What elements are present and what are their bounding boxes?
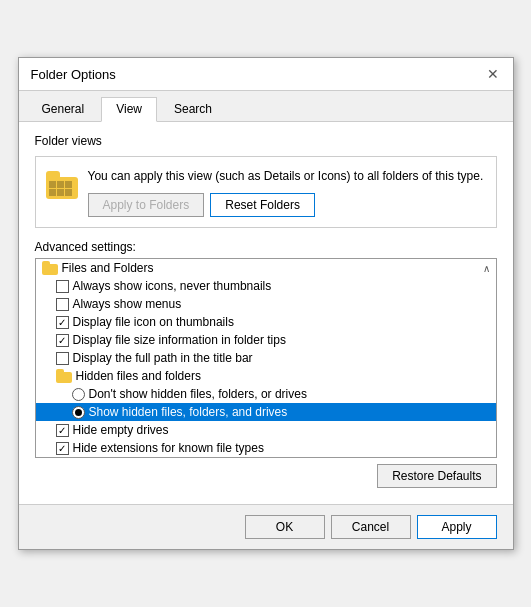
checkbox-always-show-menus[interactable] bbox=[56, 298, 69, 311]
tab-view[interactable]: View bbox=[101, 97, 157, 122]
restore-defaults-button[interactable]: Restore Defaults bbox=[377, 464, 496, 488]
main-content: Folder views bbox=[19, 122, 513, 504]
checkbox-always-show-icons[interactable] bbox=[56, 280, 69, 293]
chevron-up-icon: ∧ bbox=[483, 263, 490, 274]
radio-show-hidden[interactable] bbox=[72, 406, 85, 419]
reset-folders-button[interactable]: Reset Folders bbox=[210, 193, 315, 217]
option-display-file-icon[interactable]: Display file icon on thumbnails bbox=[36, 313, 496, 331]
folder-icon-hidden bbox=[56, 369, 72, 383]
checkbox-display-full-path[interactable] bbox=[56, 352, 69, 365]
option-display-full-path[interactable]: Display the full path in the title bar bbox=[36, 349, 496, 367]
option-show-hidden[interactable]: Show hidden files, folders, and drives bbox=[36, 403, 496, 421]
folder-views-buttons: Apply to Folders Reset Folders bbox=[88, 193, 486, 217]
tab-bar: General View Search bbox=[19, 91, 513, 122]
advanced-settings-tree[interactable]: Files and Folders ∧ Always show icons, n… bbox=[35, 258, 497, 458]
folder-views-box: You can apply this view (such as Details… bbox=[35, 156, 497, 228]
advanced-settings-label: Advanced settings: bbox=[35, 240, 497, 254]
option-display-file-size[interactable]: Display file size information in folder … bbox=[36, 331, 496, 349]
checkbox-display-file-size[interactable] bbox=[56, 334, 69, 347]
restore-row: Restore Defaults bbox=[35, 458, 497, 492]
option-hide-empty-drives[interactable]: Hide empty drives bbox=[36, 421, 496, 439]
apply-to-folders-button[interactable]: Apply to Folders bbox=[88, 193, 205, 217]
tab-search[interactable]: Search bbox=[159, 97, 227, 121]
checkbox-hide-extensions[interactable] bbox=[56, 442, 69, 455]
ok-button[interactable]: OK bbox=[245, 515, 325, 539]
title-bar: Folder Options ✕ bbox=[19, 58, 513, 91]
option-hide-extensions[interactable]: Hide extensions for known file types bbox=[36, 439, 496, 457]
cancel-button[interactable]: Cancel bbox=[331, 515, 411, 539]
tab-general[interactable]: General bbox=[27, 97, 100, 121]
option-always-show-menus[interactable]: Always show menus bbox=[36, 295, 496, 313]
checkbox-display-file-icon[interactable] bbox=[56, 316, 69, 329]
group-files-and-folders: Files and Folders ∧ bbox=[36, 259, 496, 277]
folder-views-description: You can apply this view (such as Details… bbox=[88, 167, 486, 185]
option-dont-show-hidden[interactable]: Don't show hidden files, folders, or dri… bbox=[36, 385, 496, 403]
folder-icon bbox=[46, 171, 78, 199]
checkbox-hide-empty-drives[interactable] bbox=[56, 424, 69, 437]
apply-button[interactable]: Apply bbox=[417, 515, 497, 539]
close-button[interactable]: ✕ bbox=[485, 66, 501, 82]
footer-buttons: OK Cancel Apply bbox=[19, 504, 513, 549]
folder-views-label: Folder views bbox=[35, 134, 497, 148]
group-hidden-files: Hidden files and folders bbox=[36, 367, 496, 385]
tree-scroll[interactable]: Files and Folders ∧ Always show icons, n… bbox=[36, 259, 496, 457]
radio-dont-show-hidden[interactable] bbox=[72, 388, 85, 401]
folder-icon-small bbox=[42, 261, 58, 275]
folder-options-window: Folder Options ✕ General View Search Fol… bbox=[18, 57, 514, 550]
option-always-show-icons[interactable]: Always show icons, never thumbnails bbox=[36, 277, 496, 295]
window-title: Folder Options bbox=[31, 67, 116, 82]
